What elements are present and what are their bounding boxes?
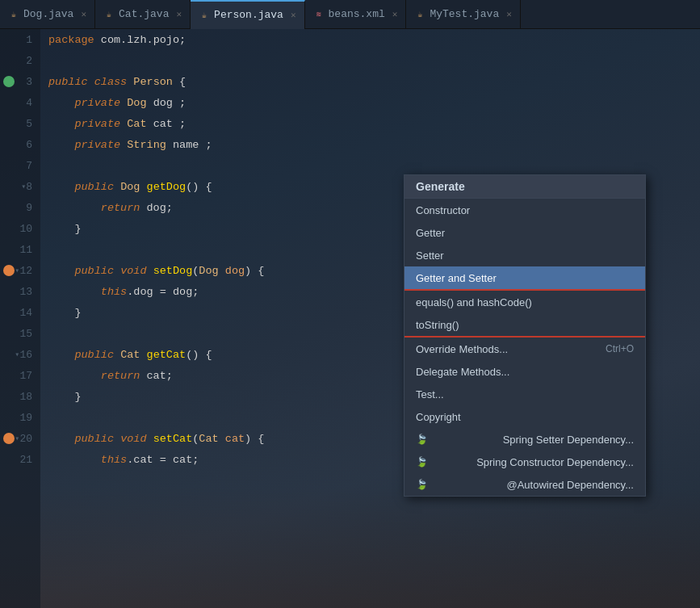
tab-label: Dog.java <box>23 8 73 20</box>
tab-label: Cat.java <box>119 8 169 20</box>
leaf-icon: 🍃 <box>416 456 428 468</box>
tab-bar: ☕ Dog.java ✕ ☕ Cat.java ✕ ☕ Person.java … <box>0 0 700 29</box>
context-menu-title: Generate <box>404 175 645 199</box>
java-icon: ☕ <box>8 9 19 20</box>
code-line-5: private Cat cat ; <box>48 113 700 134</box>
line-21: 21 <box>0 449 40 470</box>
menu-item-getter-and-setter[interactable]: Getter and Setter <box>404 266 645 289</box>
breakpoint-icon[interactable] <box>3 76 15 87</box>
line-20: ▾ 20 <box>0 428 40 449</box>
line-14: 14 <box>0 302 40 323</box>
menu-item-label: Override Methods... <box>416 343 508 355</box>
menu-item-label: Getter <box>416 227 445 239</box>
menu-item-autowired[interactable]: 🍃 @Autowired Dependency... <box>404 473 645 496</box>
line-number-gutter: 1 2 3 4 5 6 7 ▾ 8 9 10 11 ▾ 12 13 14 15 … <box>0 29 40 608</box>
menu-item-copyright[interactable]: Copyright <box>404 405 645 428</box>
menu-item-spring-constructor[interactable]: 🍃 Spring Constructor Dependency... <box>404 451 645 473</box>
code-line-7 <box>48 155 700 176</box>
java-icon: ☕ <box>199 10 210 21</box>
line-6: 6 <box>0 134 40 155</box>
menu-item-label: Setter <box>416 249 444 262</box>
menu-item-override-methods[interactable]: Override Methods... Ctrl+O <box>404 338 645 360</box>
tab-mytest-java[interactable]: ☕ MyTest.java ✕ <box>406 0 520 29</box>
menu-item-label: @Autowired Dependency... <box>507 479 635 491</box>
java-icon: ☕ <box>414 9 425 20</box>
line-4: 4 <box>0 92 40 113</box>
line-16: ▾ 16 <box>0 344 40 365</box>
shortcut-label: Ctrl+O <box>606 343 634 354</box>
menu-item-constructor[interactable]: Constructor <box>404 199 645 221</box>
tab-cat-java[interactable]: ☕ Cat.java ✕ <box>95 0 191 29</box>
menu-item-label: Copyright <box>416 411 461 423</box>
line-12: ▾ 12 <box>0 260 40 281</box>
menu-item-equals-hashcode[interactable]: equals() and hashCode() <box>404 291 645 313</box>
leaf-icon: 🍃 <box>416 434 428 445</box>
menu-item-label: Constructor <box>416 204 470 216</box>
menu-item-label: Delegate Methods... <box>416 366 509 378</box>
code-line-3: public class Person { <box>48 71 700 92</box>
menu-item-label: toString() <box>416 319 459 331</box>
menu-item-label: Spring Setter Dependency... <box>503 434 634 446</box>
line-9: 9 <box>0 197 40 218</box>
tab-close-icon[interactable]: ✕ <box>392 9 398 19</box>
tab-close-icon[interactable]: ✕ <box>506 9 512 19</box>
tab-close-icon[interactable]: ✕ <box>81 9 86 19</box>
code-line-4: private Dog dog ; <box>48 92 700 113</box>
line-10: 10 <box>0 218 40 239</box>
menu-item-label: Test... <box>416 388 444 400</box>
line-2: 2 <box>0 50 40 71</box>
menu-item-spring-setter[interactable]: 🍃 Spring Setter Dependency... <box>404 428 645 451</box>
java-icon: ☕ <box>103 9 115 20</box>
tab-person-java[interactable]: ☕ Person.java ✕ <box>191 0 304 29</box>
tab-dog-java[interactable]: ☕ Dog.java ✕ <box>0 0 95 29</box>
menu-item-setter[interactable]: Setter <box>404 244 645 266</box>
tab-close-icon[interactable]: ✕ <box>176 9 182 19</box>
xml-icon: ≋ <box>313 9 325 20</box>
editor: 1 2 3 4 5 6 7 ▾ 8 9 10 11 ▾ 12 13 14 15 … <box>0 29 700 608</box>
menu-item-label: equals() and hashCode() <box>416 296 532 308</box>
tab-label: Person.java <box>214 9 283 21</box>
menu-item-label: Spring Constructor Dependency... <box>476 456 634 468</box>
line-17: 17 <box>0 365 40 386</box>
menu-item-label: Getter and Setter <box>416 272 497 284</box>
line-19: 19 <box>0 407 40 428</box>
line-5: 5 <box>0 113 40 134</box>
menu-item-tostring[interactable]: toString() <box>404 313 645 336</box>
menu-item-getter[interactable]: Getter <box>404 221 645 244</box>
gutter-marker-icon[interactable] <box>3 433 15 444</box>
code-line-1: package com.lzh.pojo; <box>48 29 700 50</box>
line-8: ▾ 8 <box>0 176 40 197</box>
code-line-6: private String name ; <box>48 134 700 155</box>
tab-beans-xml[interactable]: ≋ beans.xml ✕ <box>305 0 407 29</box>
menu-item-delegate-methods[interactable]: Delegate Methods... <box>404 360 645 383</box>
line-18: 18 <box>0 386 40 407</box>
line-1: 1 <box>0 29 40 50</box>
line-3: 3 <box>0 71 40 92</box>
leaf-icon: 🍃 <box>416 479 428 490</box>
line-13: 13 <box>0 281 40 302</box>
line-15: 15 <box>0 323 40 344</box>
line-11: 11 <box>0 239 40 260</box>
code-line-2 <box>48 50 700 71</box>
menu-item-test[interactable]: Test... <box>404 383 645 405</box>
tab-label: MyTest.java <box>430 8 499 20</box>
tab-close-icon[interactable]: ✕ <box>291 10 296 20</box>
generate-context-menu: Generate Constructor Getter Setter Gette… <box>404 174 646 497</box>
tab-label: beans.xml <box>329 8 385 20</box>
gutter-marker-icon[interactable] <box>3 265 15 276</box>
line-7: 7 <box>0 155 40 176</box>
